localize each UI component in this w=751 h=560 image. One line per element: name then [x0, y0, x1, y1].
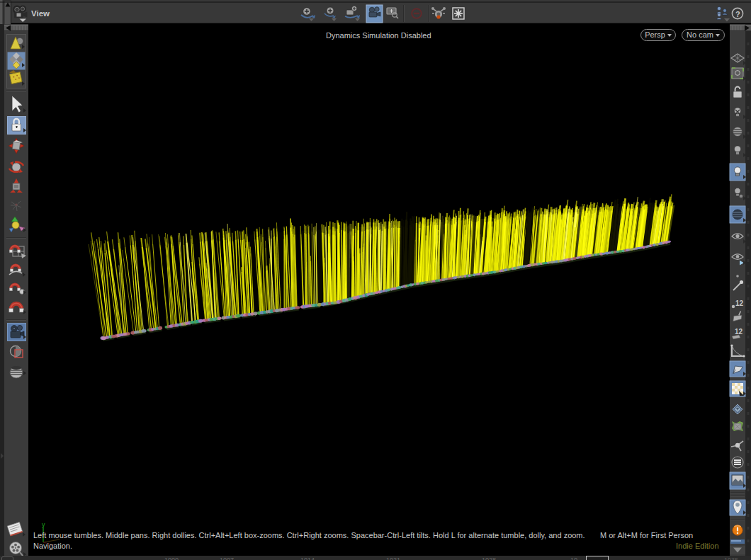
svg-text:View: View — [31, 9, 50, 18]
svg-text:y: y — [42, 521, 45, 528]
svg-text:12: 12 — [735, 328, 743, 336]
svg-text:12: 12 — [735, 299, 744, 307]
